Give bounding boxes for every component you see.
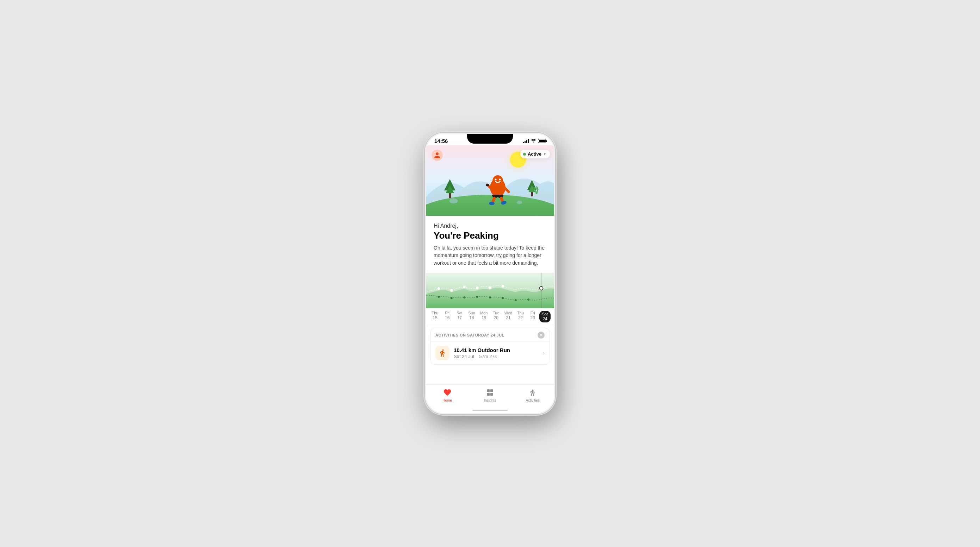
date-num-label: 15: [433, 316, 437, 320]
svg-point-16: [438, 287, 440, 290]
status-dot: [523, 153, 526, 155]
date-fri23[interactable]: Fri 23: [527, 311, 538, 322]
home-indicator: [473, 410, 508, 411]
activities-tab-icon: [528, 388, 538, 397]
date-sat24-active[interactable]: Sat 24: [539, 311, 550, 322]
svg-point-29: [527, 298, 530, 301]
hero-banner: Active ▾: [426, 145, 554, 216]
active-badge[interactable]: Active ▾: [520, 150, 550, 159]
svg-point-27: [502, 297, 504, 299]
svg-point-3: [450, 198, 458, 203]
profile-icon[interactable]: [431, 150, 443, 161]
tab-insights[interactable]: Insights: [469, 388, 511, 402]
svg-point-31: [540, 287, 543, 290]
svg-point-7: [495, 179, 497, 181]
activity-date: Sat 24 Jul: [454, 354, 474, 359]
svg-point-26: [489, 296, 491, 298]
svg-rect-33: [490, 389, 493, 392]
svg-point-4: [517, 201, 522, 204]
status-icons: [523, 138, 546, 144]
activities-header: ACTIVITIES ON SATURDAY 24 JUL: [431, 328, 549, 341]
activity-info: 10.41 km Outdoor Run Sat 24 Jul 57m 27s: [454, 347, 539, 359]
app-content: Active ▾ Hi Andrej, You're Peaking Oh là…: [426, 145, 554, 411]
activity-name: 10.41 km Outdoor Run: [454, 347, 539, 353]
date-labels: Thu 15 Fri 16 Sat 17 Sun 18: [426, 308, 554, 324]
activity-meta: Sat 24 Jul 57m 27s: [454, 354, 539, 359]
home-tab-icon: [442, 388, 452, 397]
svg-point-22: [438, 296, 440, 298]
date-day-label: Thu: [432, 311, 439, 315]
date-num-label: 23: [530, 316, 535, 320]
chart-area[interactable]: [426, 273, 554, 308]
date-num-label: 21: [506, 316, 511, 320]
date-tue20[interactable]: Tue 20: [490, 311, 502, 322]
chevron-down-icon: ▾: [544, 152, 546, 156]
svg-point-25: [476, 296, 478, 298]
date-sat17[interactable]: Sat 17: [454, 311, 465, 322]
date-day-label: Wed: [504, 311, 512, 315]
svg-point-17: [450, 289, 453, 292]
plant-decoration: [532, 184, 541, 195]
tab-activities[interactable]: Activities: [511, 388, 554, 402]
svg-point-21: [502, 285, 504, 287]
svg-rect-32: [487, 389, 490, 392]
user-icon: [434, 152, 441, 159]
svg-point-28: [515, 299, 517, 301]
date-thu22[interactable]: Thu 22: [515, 311, 526, 322]
battery-icon: [538, 139, 546, 143]
date-sun18[interactable]: Sun 18: [466, 311, 477, 322]
svg-point-6: [492, 175, 503, 186]
date-wed21[interactable]: Wed 21: [503, 311, 514, 322]
svg-rect-11: [486, 184, 489, 186]
notch: [467, 134, 513, 144]
text-section: Hi Andrej, You're Peaking Oh là là, you …: [426, 216, 554, 273]
activity-duration: 57m 27s: [479, 354, 497, 359]
tab-bar: Home Insights: [426, 384, 554, 413]
date-num-label: 18: [469, 316, 474, 320]
running-icon: [438, 349, 447, 357]
tab-home[interactable]: Home: [426, 388, 469, 402]
activity-row[interactable]: 10.41 km Outdoor Run Sat 24 Jul 57m 27s …: [431, 341, 549, 364]
activities-section: ACTIVITIES ON SATURDAY 24 JUL 10: [430, 328, 550, 365]
grid-icon: [486, 388, 494, 397]
phone-screen: 14:56: [426, 134, 554, 413]
date-day-label: Sun: [468, 311, 475, 315]
date-day-label: Sat: [542, 312, 548, 316]
svg-rect-35: [490, 393, 493, 396]
chart-section: Thu 15 Fri 16 Sat 17 Sun 18: [426, 273, 554, 324]
signal-icon: [523, 139, 529, 143]
home-tab-label: Home: [442, 398, 452, 402]
date-day-label: Sat: [457, 311, 463, 315]
status-time: 14:56: [434, 138, 448, 144]
activity-icon-wrap: [435, 346, 450, 360]
date-mon19[interactable]: Mon 19: [478, 311, 490, 322]
active-label: Active: [528, 151, 541, 157]
date-day-label: Thu: [517, 311, 524, 315]
activities-tab-label: Activities: [526, 398, 540, 402]
date-fri16[interactable]: Fri 16: [442, 311, 453, 322]
date-thu15[interactable]: Thu 15: [430, 311, 441, 322]
svg-point-19: [476, 287, 478, 289]
svg-point-8: [499, 179, 501, 181]
greeting-text: Hi Andrej,: [434, 223, 546, 229]
insights-tab-label: Insights: [484, 398, 496, 402]
date-num-label: 19: [482, 316, 486, 320]
insights-tab-icon: [485, 388, 495, 397]
activities-icon: [528, 388, 537, 397]
date-day-label: Fri: [530, 311, 535, 315]
wifi-icon: [531, 138, 536, 144]
date-day-label: Fri: [445, 311, 450, 315]
svg-point-20: [489, 286, 492, 289]
svg-point-14: [489, 202, 495, 205]
date-day-label: Mon: [480, 311, 488, 315]
heart-icon: [443, 388, 452, 397]
chevron-right-icon: ›: [543, 350, 545, 356]
activities-title: ACTIVITIES ON SATURDAY 24 JUL: [435, 333, 504, 337]
date-num-label: 22: [518, 316, 523, 320]
tree-left: [444, 179, 455, 198]
character-illustration: [485, 174, 511, 206]
phone-frame: 14:56: [425, 133, 555, 414]
svg-rect-34: [487, 393, 490, 396]
close-activities-button[interactable]: [538, 331, 545, 339]
date-day-label: Tue: [493, 311, 500, 315]
